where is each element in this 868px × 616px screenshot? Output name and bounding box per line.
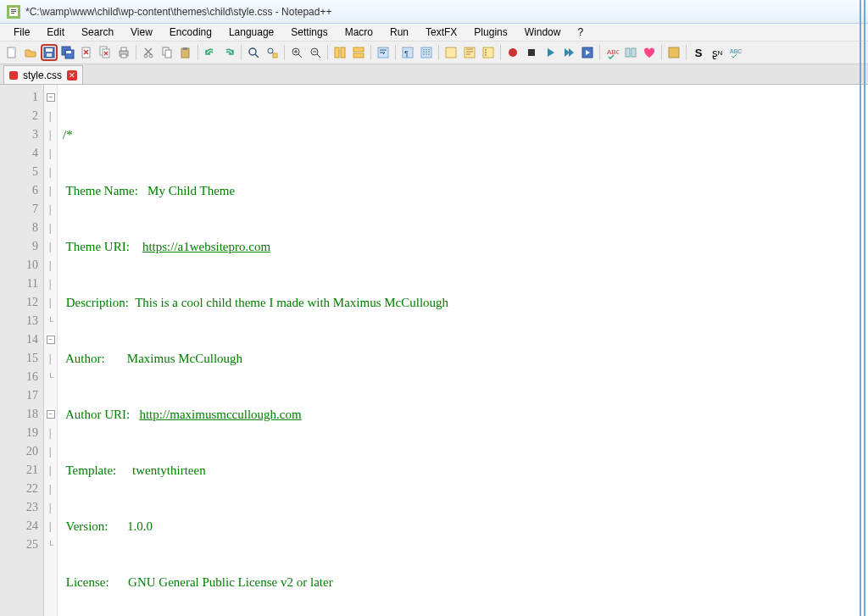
save-all-icon[interactable] <box>59 44 76 61</box>
menu-view[interactable]: View <box>122 25 161 40</box>
play-icon[interactable] <box>542 44 559 61</box>
svg-rect-33 <box>353 53 364 58</box>
toolbar-separator <box>395 45 396 60</box>
menu-search[interactable]: Search <box>73 25 122 40</box>
print-icon[interactable] <box>115 44 132 61</box>
fold-toggle-icon[interactable]: − <box>47 93 55 102</box>
close-all-icon[interactable] <box>97 44 114 61</box>
code-text: Author: <box>63 352 127 365</box>
svg-rect-3 <box>11 11 16 12</box>
line-number: 6 <box>0 181 38 200</box>
save-macro-icon[interactable] <box>579 44 596 61</box>
cut-icon[interactable] <box>140 44 157 61</box>
window-title: *C:\wamp\www\child\wp-content\themes\chi… <box>25 6 331 18</box>
fold-toggle-icon[interactable]: − <box>47 410 55 419</box>
file-tabbar: style.css ✕ <box>0 64 868 85</box>
s-letter-icon[interactable]: S <box>690 44 707 61</box>
code-text: This is a cool child theme I made with M… <box>135 296 448 309</box>
file-tab-stylecss[interactable]: style.css ✕ <box>3 65 83 84</box>
heart-icon[interactable] <box>641 44 658 61</box>
line-number: 11 <box>0 275 38 293</box>
menu-file[interactable]: File <box>5 25 38 40</box>
line-number: 15 <box>0 349 38 368</box>
svg-rect-17 <box>121 47 126 51</box>
code-link[interactable]: http://maximusmccullough.com <box>139 408 301 421</box>
code-text: Template: <box>63 463 132 477</box>
line-number: 5 <box>0 163 38 181</box>
find-icon[interactable] <box>245 44 262 61</box>
show-all-chars-icon[interactable]: ¶ <box>399 44 416 61</box>
code-text: My Child Theme <box>147 184 235 197</box>
replace-icon[interactable] <box>264 44 281 61</box>
zoom-out-icon[interactable] <box>307 44 324 61</box>
compare-icon[interactable] <box>622 44 639 61</box>
zoom-in-icon[interactable] <box>288 44 305 61</box>
svg-rect-38 <box>446 47 456 58</box>
svg-rect-30 <box>335 47 339 58</box>
svg-point-43 <box>485 54 487 56</box>
line-number: 18 <box>0 405 38 424</box>
line-number: 25 <box>0 536 38 554</box>
save-icon[interactable] <box>41 44 58 61</box>
toolbar-separator <box>599 45 600 60</box>
tab-close-icon[interactable]: ✕ <box>67 70 77 80</box>
code-link[interactable]: https://a1websitepro.com <box>142 240 270 253</box>
code-area[interactable]: /* Theme Name: My Child Theme Theme URI:… <box>58 85 868 616</box>
play-multi-icon[interactable] <box>560 44 577 61</box>
fold-toggle-icon[interactable]: − <box>47 336 55 344</box>
plugin-icon[interactable] <box>665 44 682 61</box>
code-text: Maximus McCullough <box>127 352 242 365</box>
line-number: 23 <box>0 498 38 517</box>
code-text: GNU General Public License v2 or later <box>128 575 333 589</box>
code-text: Theme URI: <box>63 240 142 253</box>
svg-rect-45 <box>528 49 535 56</box>
line-number: 17 <box>0 386 38 405</box>
sync-v-icon[interactable] <box>331 44 348 61</box>
toolbar-separator <box>661 45 662 60</box>
menu-textfx[interactable]: TextFX <box>417 25 465 40</box>
line-number-gutter: 1 2 3 4 5 6 7 8 9 10 11 12 13 14 15 16 1… <box>0 85 44 616</box>
toolbar-separator <box>370 45 371 60</box>
menu-run[interactable]: Run <box>381 25 417 40</box>
menu-settings[interactable]: Settings <box>282 25 336 40</box>
copy-icon[interactable] <box>159 44 175 61</box>
svg-point-25 <box>249 48 256 55</box>
toolbar-separator <box>198 45 198 60</box>
svg-text:¶: ¶ <box>404 49 409 58</box>
record-icon[interactable] <box>504 44 521 61</box>
paste-icon[interactable] <box>177 44 194 61</box>
toolbar-separator <box>438 45 439 60</box>
redo-icon[interactable] <box>220 44 237 61</box>
new-file-icon[interactable] <box>3 44 20 61</box>
line-number: 7 <box>0 200 38 219</box>
spellcheck-icon[interactable]: ABC <box>604 44 620 61</box>
menu-macro[interactable]: Macro <box>337 25 381 40</box>
svg-rect-22 <box>165 50 171 58</box>
udl-icon[interactable] <box>442 44 459 61</box>
indent-guide-icon[interactable] <box>418 44 435 61</box>
undo-icon[interactable] <box>202 44 219 61</box>
code-text: 1.0.0 <box>127 519 153 533</box>
func-list-icon[interactable] <box>480 44 497 61</box>
svg-point-41 <box>485 49 487 51</box>
menu-edit[interactable]: Edit <box>38 25 73 40</box>
menu-plugins[interactable]: Plugins <box>465 25 515 40</box>
sh-letter-icon[interactable]: ʂN <box>709 44 726 61</box>
svg-rect-4 <box>11 13 14 14</box>
code-text: Version: <box>63 519 127 533</box>
svg-rect-50 <box>669 47 679 58</box>
close-icon[interactable] <box>78 44 95 61</box>
spellcheck2-icon[interactable]: ABC <box>727 44 744 61</box>
stop-icon[interactable] <box>523 44 540 61</box>
menu-window[interactable]: Window <box>516 25 570 40</box>
svg-rect-24 <box>183 47 187 50</box>
doc-map-icon[interactable] <box>461 44 478 61</box>
wordwrap-icon[interactable] <box>375 44 392 61</box>
line-number: 24 <box>0 517 38 536</box>
open-file-icon[interactable] <box>22 44 39 61</box>
menu-language[interactable]: Language <box>220 25 282 40</box>
menu-encoding[interactable]: Encoding <box>161 25 220 40</box>
sync-h-icon[interactable] <box>350 44 367 61</box>
menu-help[interactable]: ? <box>569 25 592 40</box>
toolbar-separator <box>686 45 687 60</box>
